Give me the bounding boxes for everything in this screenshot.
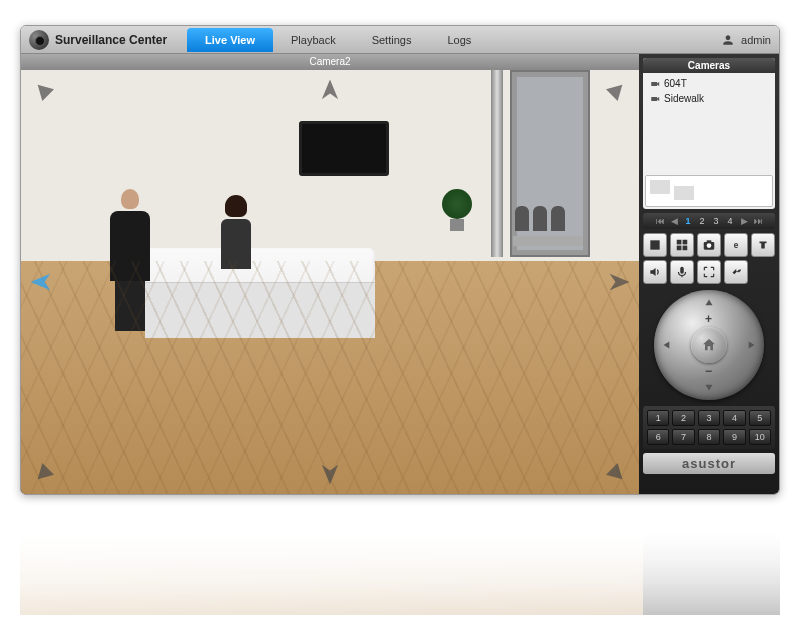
brand-label: asustor	[643, 453, 775, 474]
ptz-tilt-down[interactable]	[702, 380, 716, 394]
ptz-pan-sw[interactable]	[33, 456, 61, 484]
cameras-box: Cameras 604T Sidewalk	[643, 58, 775, 209]
preset-6[interactable]: 6	[647, 429, 669, 445]
speaker-button[interactable]	[643, 260, 667, 284]
svg-rect-4	[683, 240, 688, 245]
ptz-pan-e[interactable]	[605, 268, 633, 296]
svg-rect-1	[651, 96, 657, 100]
camera-list: 604T Sidewalk	[643, 73, 775, 173]
page-first[interactable]: ⏮	[654, 215, 666, 227]
svg-rect-3	[677, 240, 682, 245]
snapshot-button[interactable]	[697, 233, 721, 257]
svg-rect-11	[680, 267, 684, 274]
page-2[interactable]: 2	[696, 215, 708, 227]
tab-live-view[interactable]: Live View	[187, 28, 273, 52]
preset-9[interactable]: 9	[723, 429, 745, 445]
svg-text:e: e	[734, 241, 739, 250]
ptz-tilt-up[interactable]	[702, 296, 716, 310]
svg-rect-5	[677, 246, 682, 251]
preset-8[interactable]: 8	[698, 429, 720, 445]
camera-icon	[650, 79, 660, 89]
page-3[interactable]: 3	[710, 215, 722, 227]
preset-2[interactable]: 2	[672, 410, 694, 426]
ptz-pan-w[interactable]	[27, 268, 55, 296]
zoom-out-icon[interactable]: −	[705, 364, 712, 378]
svg-rect-6	[683, 246, 688, 251]
ptz-pan-s[interactable]	[316, 460, 344, 488]
svg-rect-2	[650, 240, 659, 249]
zoom-in-icon[interactable]: +	[705, 312, 712, 326]
layout-single-button[interactable]	[643, 233, 667, 257]
user-area[interactable]: admin	[721, 33, 771, 47]
user-icon	[721, 33, 735, 47]
page-next[interactable]: ▶	[738, 215, 750, 227]
preset-3[interactable]: 3	[698, 410, 720, 426]
preset-4[interactable]: 4	[723, 410, 745, 426]
ptz-pan-right[interactable]	[744, 338, 758, 352]
preset-pad: 1 2 3 4 5 6 7 8 9 10	[643, 406, 775, 449]
svg-rect-9	[707, 240, 712, 242]
estream-button[interactable]: e	[724, 233, 748, 257]
ptz-pan-left[interactable]	[660, 338, 674, 352]
camera-item-label: Sidewalk	[664, 93, 704, 104]
tab-logs[interactable]: Logs	[429, 28, 489, 52]
tab-playback[interactable]: Playback	[273, 28, 354, 52]
camera-icon	[650, 94, 660, 104]
tools-button[interactable]	[724, 260, 748, 284]
pagination-bar: ⏮ ◀ 1 2 3 4 ▶ ⏭	[643, 213, 775, 229]
preset-5[interactable]: 5	[749, 410, 771, 426]
camera-label: Camera2	[21, 54, 639, 70]
svg-point-8	[707, 243, 712, 248]
ptz-pan-n[interactable]	[316, 76, 344, 104]
user-name: admin	[741, 34, 771, 46]
app-title: Surveillance Center	[55, 33, 167, 47]
video-feed	[21, 70, 639, 494]
layout-grid-button[interactable]	[670, 233, 694, 257]
ptz-pan-se[interactable]	[599, 456, 627, 484]
svg-rect-0	[651, 81, 657, 85]
camera-item-604t[interactable]: 604T	[646, 76, 772, 91]
page-4[interactable]: 4	[724, 215, 736, 227]
app-icon	[29, 30, 49, 50]
mic-button[interactable]	[670, 260, 694, 284]
cameras-header: Cameras	[643, 58, 775, 73]
camera-item-label: 604T	[664, 78, 687, 89]
preset-7[interactable]: 7	[672, 429, 694, 445]
ptz-home-button[interactable]	[691, 327, 727, 363]
topbar: Surveillance Center Live View Playback S…	[21, 26, 779, 54]
page-1[interactable]: 1	[682, 215, 694, 227]
page-last[interactable]: ⏭	[752, 215, 764, 227]
camera-item-sidewalk[interactable]: Sidewalk	[646, 91, 772, 106]
preset-1[interactable]: 1	[647, 410, 669, 426]
reflection	[20, 495, 780, 615]
tab-settings[interactable]: Settings	[354, 28, 430, 52]
ptz-pan-ne[interactable]	[599, 80, 627, 108]
video-viewport: Camera2	[21, 54, 639, 494]
page-prev[interactable]: ◀	[668, 215, 680, 227]
toolbar-grid: e	[643, 233, 775, 284]
ptz-wheel: + −	[654, 290, 764, 400]
main-area: Camera2	[21, 54, 779, 494]
app-window: Surveillance Center Live View Playback S…	[20, 25, 780, 495]
nav-tabs: Live View Playback Settings Logs	[187, 28, 489, 52]
control-panel: Cameras 604T Sidewalk ⏮ ◀ 1 2	[639, 54, 779, 494]
fullscreen-button[interactable]	[697, 260, 721, 284]
preset-10[interactable]: 10	[749, 429, 771, 445]
ptz-pan-nw[interactable]	[33, 80, 61, 108]
layout-preview[interactable]	[645, 175, 773, 207]
record-button[interactable]	[751, 233, 775, 257]
